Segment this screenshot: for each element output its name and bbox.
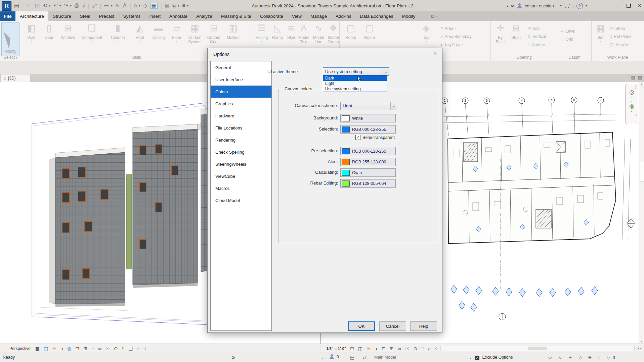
- text-icon[interactable]: A: [123, 3, 127, 8]
- worksets-collapse-icon[interactable]: ⌄: [321, 355, 324, 360]
- nav-item-check-spelling[interactable]: Check Spelling: [211, 146, 271, 158]
- open-icon[interactable]: ◳: [27, 3, 32, 8]
- undo-caret-icon[interactable]: ▾: [59, 4, 61, 7]
- dormer-opening-button[interactable]: ⌂ Dormer: [527, 41, 546, 48]
- tab-systems[interactable]: Systems: [119, 11, 145, 21]
- search-icon[interactable]: ∞: [511, 3, 514, 9]
- collapse-arrow-icon[interactable]: ◂: [506, 4, 508, 8]
- combo-arrow-icon[interactable]: ⌄: [390, 102, 397, 110]
- tab-add-ins[interactable]: Add-Ins: [331, 11, 356, 21]
- user-caret-icon[interactable]: ▾: [560, 4, 562, 7]
- close-hidden-windows-icon[interactable]: ⊠: [165, 3, 169, 8]
- semi-transparent-checkbox[interactable]: ✓ Semi-transparent: [355, 135, 395, 140]
- scroll-up-icon[interactable]: ∧: [639, 82, 644, 87]
- tab-manage[interactable]: Manage: [306, 11, 331, 21]
- nav-item-general[interactable]: General: [211, 61, 271, 73]
- component-button[interactable]: ❏ Component▾: [78, 22, 105, 44]
- view-tab-3d[interactable]: ⌂ {3D}: [1, 74, 30, 82]
- tab-steel[interactable]: Steel: [76, 11, 95, 21]
- nav-item-steeringwheels[interactable]: SteeringWheels: [211, 158, 271, 170]
- theme-option-light[interactable]: Light: [323, 81, 387, 86]
- nav-item-colors[interactable]: Colors: [211, 86, 271, 98]
- wall-button[interactable]: ◧ Wall▾: [23, 22, 40, 44]
- roof-button[interactable]: ◭ Roof▾: [131, 22, 149, 44]
- alert-color-button[interactable]: RGB 255-128-000: [340, 158, 396, 166]
- switch-caret-icon[interactable]: ▾: [178, 4, 179, 7]
- area-boundary-button[interactable]: ⊿ Area Boundary: [439, 33, 472, 40]
- dimension-caret-icon[interactable]: ▾: [111, 4, 113, 7]
- tab-collaborate[interactable]: Collaborate: [256, 11, 288, 21]
- nav-item-cloud-model[interactable]: Cloud Model: [211, 194, 271, 206]
- temporary-view-properties-icon[interactable]: ⊙: [114, 346, 118, 351]
- project-browser-icon[interactable]: ▤: [638, 75, 642, 80]
- floor-button[interactable]: ▱ Floor▾: [168, 22, 185, 44]
- pre-selection-color-button[interactable]: RGB 000-128-255: [340, 147, 396, 155]
- mullion-button[interactable]: ▥ Mullion: [223, 22, 243, 44]
- nav-item-user-interface[interactable]: User Interface: [211, 73, 271, 86]
- select-links-toggle[interactable]: ∞: [548, 355, 552, 360]
- tab-file[interactable]: File: [0, 11, 15, 21]
- help-icon[interactable]: ?: [576, 3, 583, 9]
- design-options-icon[interactable]: ⇄: [363, 355, 367, 360]
- model-line-button[interactable]: ∿ ModelLine: [311, 22, 326, 44]
- viewer-button[interactable]: ◲ Viewer: [610, 41, 632, 48]
- tab-architecture[interactable]: Architecture: [15, 11, 48, 21]
- redo-icon[interactable]: ↷: [64, 3, 68, 8]
- sync-icon[interactable]: ⟲: [43, 3, 47, 8]
- detail-level-icon[interactable]: ⊡: [350, 346, 354, 351]
- default-3d-view-icon[interactable]: ⌂: [134, 3, 137, 8]
- background-color-button[interactable]: White: [340, 114, 396, 122]
- nav-item-file-locations[interactable]: File Locations: [211, 122, 271, 134]
- sun-path-icon[interactable]: ☀: [52, 346, 56, 351]
- nav-item-hardware[interactable]: Hardware: [211, 110, 271, 122]
- area-button[interactable]: ⊡ Area▾: [439, 25, 472, 32]
- properties-icon[interactable]: ▤: [14, 3, 19, 8]
- background-processes-icon[interactable]: ⚙: [231, 355, 235, 360]
- ceiling-button[interactable]: ▬ Ceiling: [149, 22, 168, 44]
- grid-button[interactable]: ⁙ Grid: [560, 36, 575, 43]
- reveal-hidden-elements-icon[interactable]: ∞: [98, 346, 101, 351]
- wheel-caret-icon[interactable]: ▾: [631, 100, 632, 103]
- level-button[interactable]: ⊸ Level: [560, 28, 575, 35]
- ref-plane-button[interactable]: ∥ Ref Plane: [610, 33, 632, 40]
- temporary-view-properties-icon[interactable]: ⊙: [413, 346, 417, 351]
- shadows-icon[interactable]: ◑: [60, 346, 63, 351]
- ui-theme-combobox[interactable]: Use system setting ⌄: [323, 67, 389, 76]
- nav-item-viewcube[interactable]: ViewCube: [211, 170, 271, 182]
- sun-path-icon[interactable]: ☀: [367, 346, 371, 351]
- filter-button[interactable]: ▽ :0: [607, 355, 615, 360]
- crop-view-icon[interactable]: ⊡: [75, 346, 79, 351]
- panel-label-work-plane[interactable]: Work Plane: [591, 55, 644, 60]
- scroll-thumb[interactable]: [528, 347, 547, 350]
- help-button[interactable]: Help: [410, 321, 437, 331]
- railing-button[interactable]: ☰ Railing▾: [254, 22, 270, 43]
- displace-elements-icon[interactable]: ❏: [129, 346, 133, 351]
- worksharing-display-icon[interactable]: ⌗: [122, 346, 125, 351]
- ribbon-display-toggle[interactable]: ⊡ ▾: [431, 11, 437, 21]
- redo-caret-icon[interactable]: ▾: [70, 4, 72, 7]
- nav-item-rendering[interactable]: Rendering: [211, 134, 271, 146]
- ramp-button[interactable]: ◺ Ramp: [270, 22, 285, 43]
- nav-item-macros[interactable]: Macros: [211, 182, 271, 194]
- select-underlay-toggle[interactable]: ⧅: [558, 355, 561, 360]
- model-text-button[interactable]: A ModelText: [297, 22, 311, 44]
- shaft-opening-button[interactable]: ⊞ Shaft: [508, 22, 524, 48]
- tab-analyze[interactable]: Analyze: [192, 11, 217, 21]
- horizontal-scrollbar[interactable]: [440, 346, 635, 351]
- save-icon[interactable]: ◫: [35, 3, 40, 8]
- canvas-scheme-combobox[interactable]: Light ⌄: [340, 102, 397, 110]
- customize-qat-icon[interactable]: ≡: [182, 3, 185, 8]
- show-crop-region-icon[interactable]: ⊞: [390, 346, 394, 351]
- room-button[interactable]: ▢ Room: [342, 22, 360, 48]
- opening-by-face-button[interactable]: ✛ ByFace: [493, 22, 508, 48]
- tab-data-exchanges[interactable]: Data Exchanges: [355, 11, 397, 21]
- switch-windows-icon[interactable]: ⧉: [172, 3, 176, 8]
- tab-massing-site[interactable]: Massing & Site: [217, 11, 256, 21]
- view-caret-icon[interactable]: ▾: [139, 4, 140, 7]
- select-pinned-toggle[interactable]: ⌖: [569, 355, 572, 360]
- print-icon[interactable]: ⎙: [75, 3, 79, 8]
- show-crop-region-icon[interactable]: ⊞: [83, 346, 87, 351]
- account-icon[interactable]: [517, 3, 522, 8]
- curtain-system-button[interactable]: ▦ CurtainSystem: [186, 22, 204, 44]
- close-button[interactable]: ×: [638, 2, 641, 9]
